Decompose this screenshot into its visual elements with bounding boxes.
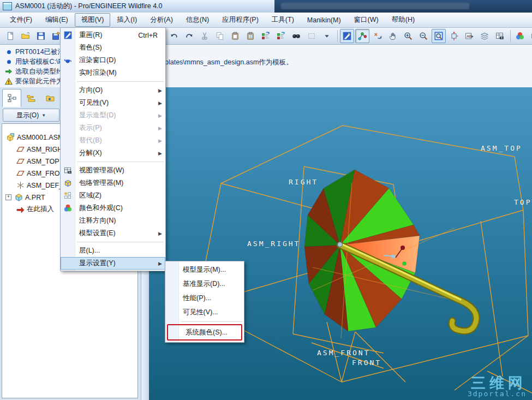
toolbar-separator	[337, 30, 338, 42]
select-box-icon[interactable]	[304, 29, 319, 43]
bullet-icon	[4, 47, 13, 56]
menu-separator	[77, 162, 164, 162]
menu-应用程序p[interactable]: 应用程序(P)	[216, 13, 265, 27]
menu-工具t[interactable]: 工具(T)	[265, 13, 301, 27]
view-menu-item-颜色和外观C[interactable]: 颜色和外观(C)	[61, 202, 165, 214]
tree-row[interactable]: ASM0001.ASM	[5, 132, 63, 143]
menu-item-label: 系统颜色(S)...	[186, 328, 228, 337]
menu-item-label: 表示(P)	[79, 123, 102, 133]
menu-文件f[interactable]: 文件(F)	[3, 13, 39, 27]
display-style-icon[interactable]	[528, 29, 532, 43]
window-title: ASM0001 (活动的) - Pro/ENGINEER Wildfire 4.…	[15, 2, 163, 11]
display-submenu-item-性能P[interactable]: 性能(P)...	[165, 291, 244, 305]
datum-label-right: RIGHT	[289, 178, 318, 186]
view-menu-item-实时渲染M[interactable]: 实时渲染(M)	[61, 67, 165, 79]
layers-icon[interactable]	[477, 29, 492, 43]
datum-display-icon[interactable]	[355, 29, 369, 43]
tree-row[interactable]: ASM_RIGHT	[15, 144, 67, 155]
redo-icon[interactable]	[182, 29, 196, 43]
view-menu-item-注释方向N[interactable]: 注释方向(N)	[61, 214, 165, 227]
view-menu-item-渲染窗口D[interactable]: 渲染窗口(D)	[61, 54, 165, 67]
view-menu-item-显示设置Y[interactable]: 显示设置(Y)▶	[61, 257, 165, 270]
tree-row[interactable]: ASM_TOP	[15, 156, 59, 167]
zoom-out-icon[interactable]	[416, 29, 431, 43]
view-menu-item-区域Z[interactable]: 区域(Z)	[61, 189, 165, 202]
display-submenu-item-可见性V[interactable]: 可见性(V)...	[165, 305, 244, 319]
menu-窗口w[interactable]: 窗口(W)	[348, 13, 385, 27]
new-file-icon[interactable]	[3, 29, 17, 43]
paste-special-icon[interactable]	[243, 29, 258, 43]
menu-item-label: 性能(P)...	[183, 294, 211, 303]
paste-icon[interactable]	[228, 29, 242, 43]
graphics-area[interactable]: ASM_TOPTOPRIGHTASM_RIGHTASM_FRONTFRONT 三…	[149, 87, 532, 400]
view-menu-item-视图管理器W[interactable]: 视图管理器(W)	[61, 164, 165, 177]
zoom-in-icon[interactable]	[401, 29, 415, 43]
menu-信息n[interactable]: 信息(N)	[180, 13, 216, 27]
view-menu-item-重画R[interactable]: 重画(R)Ctrl+R	[61, 29, 165, 41]
display-submenu-item-系统颜色S[interactable]: 系统颜色(S)...	[168, 325, 241, 339]
umbrella-model	[304, 170, 420, 331]
refit-icon[interactable]	[432, 29, 446, 43]
chevron-down-icon: ▼	[41, 113, 46, 118]
message-text: PRT0014已被清	[15, 47, 64, 57]
tree-row[interactable]: +A.PRT	[5, 192, 45, 203]
view-menu-item-分解X[interactable]: 分解(X)▶	[61, 147, 165, 159]
view-menu-item-层L[interactable]: 层(L)...	[61, 244, 165, 257]
spin-center-icon[interactable]	[370, 29, 385, 43]
view-menu-dropdown: 重画(R)Ctrl+R着色(S)渲染窗口(D)实时渲染(M)方向(O)▶可见性(…	[60, 27, 166, 271]
menu-分析a[interactable]: 分析(A)	[144, 13, 180, 27]
menu-item-label: 可见性(V)...	[183, 308, 218, 317]
view-menu-item-着色S[interactable]: 着色(S)	[61, 41, 165, 54]
insert-here-icon	[15, 205, 25, 214]
pan-zoom-icon[interactable]	[386, 29, 400, 43]
expand-icon[interactable]: +	[5, 194, 11, 200]
menu-item-label: 可见性(V)	[79, 98, 109, 108]
folder-browser-tab[interactable]	[21, 89, 40, 107]
display-submenu-item-基准显示D[interactable]: 基准显示(D)...	[165, 277, 244, 291]
view-menu-item-可见性V[interactable]: 可见性(V)▶	[61, 97, 165, 109]
view-menu-item-包络管理器M[interactable]: 包络管理器(M)	[61, 177, 165, 189]
reorient-icon[interactable]	[447, 29, 461, 43]
datum-label-asm_right: ASM_RIGHT	[247, 240, 300, 248]
view-manager-icon	[62, 165, 73, 176]
datum-plane-icon	[15, 169, 25, 178]
datum-label-front: FRONT	[352, 359, 381, 367]
menu-item-label: 注释方向(N)	[79, 216, 116, 225]
render-window-icon	[62, 55, 73, 66]
menu-插入i[interactable]: 插入(I)	[110, 13, 144, 27]
repaint-icon[interactable]	[340, 29, 354, 43]
saved-views-icon[interactable]: AB	[462, 29, 476, 43]
message-text: 用缺省模板C:\P	[15, 57, 63, 67]
cut-icon[interactable]	[198, 29, 212, 43]
open-file-icon[interactable]	[19, 29, 33, 43]
select-caret-icon[interactable]	[320, 29, 334, 43]
tree-show-button[interactable]: 显示(O)▼	[3, 109, 59, 122]
copy-icon[interactable]	[213, 29, 227, 43]
view-manager-icon[interactable]	[493, 29, 507, 43]
display-submenu-item-模型显示M[interactable]: 模型显示(M)...	[165, 262, 244, 277]
menu-编辑e[interactable]: 编辑(E)	[39, 13, 75, 27]
save-icon[interactable]	[34, 29, 48, 43]
menu-item-label: 基准显示(D)...	[183, 279, 225, 289]
csys-icon	[15, 181, 25, 190]
zone-icon	[62, 190, 73, 201]
menu-item-label: 渲染窗口(D)	[79, 56, 116, 65]
menu-item-label: 重画(R)	[79, 31, 102, 40]
model-tree-tab[interactable]	[2, 89, 21, 107]
tree-row[interactable]: 在此插入	[15, 204, 54, 215]
watermark-url: 3dportal.cn	[468, 390, 527, 398]
app-icon	[3, 2, 12, 10]
menu-manikinm[interactable]: Manikin(M)	[301, 14, 348, 26]
menu-帮助h[interactable]: 帮助(H)	[385, 13, 421, 27]
undo-icon[interactable]	[167, 29, 181, 43]
menu-item-label: 实时渲染(M)	[79, 68, 117, 77]
menu-视图v[interactable]: 视图(V)	[75, 13, 111, 27]
view-menu-item-模型设置E[interactable]: 模型设置(E)▶	[61, 227, 165, 240]
appearance-wheel-icon[interactable]	[513, 29, 527, 43]
view-menu-item-方向O[interactable]: 方向(O)▶	[61, 84, 165, 97]
regenerate-custom-icon[interactable]	[274, 29, 288, 43]
menu-item-label: 显示设置(Y)	[79, 259, 116, 268]
regenerate-icon[interactable]	[259, 29, 273, 43]
favorites-tab[interactable]	[40, 89, 59, 107]
find-icon[interactable]	[289, 29, 303, 43]
